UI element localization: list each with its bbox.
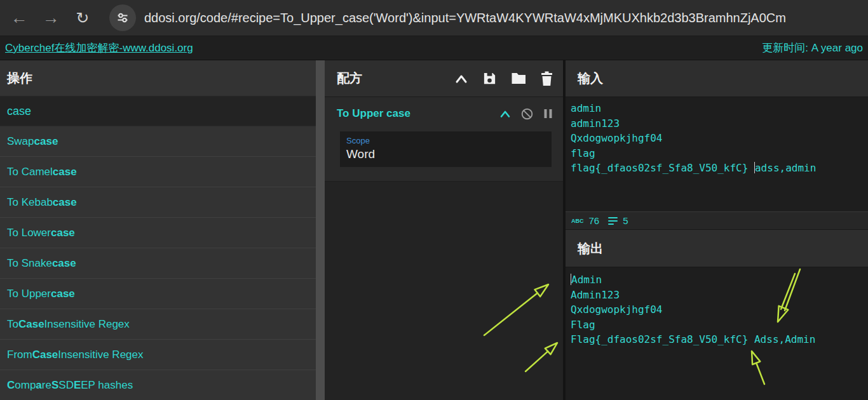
operation-breakpoint-button[interactable] xyxy=(543,108,553,119)
operation-disable-button[interactable] xyxy=(520,107,534,121)
recipe-header: 配方 xyxy=(325,60,563,97)
scope-select[interactable]: Scope Word xyxy=(340,131,552,167)
page-header: Cyberchef在线加密解密-www.ddosi.org 更新时间: A ye… xyxy=(0,36,868,60)
save-recipe-button[interactable] xyxy=(482,71,497,86)
char-count: 76 xyxy=(589,215,600,226)
operation-item[interactable]: To Camel case xyxy=(0,157,316,187)
operations-search xyxy=(0,97,316,126)
output-textarea[interactable]: AdminAdmin123Qxdogwopkjhgf04FlagFlag{_df… xyxy=(566,267,868,400)
text-line: admin xyxy=(571,101,868,116)
address-bar[interactable]: ddosi.org/code/#recipe=To_Upper_case('Wo… xyxy=(144,11,868,25)
operation-item[interactable]: To Upper case xyxy=(0,279,316,309)
text-line: Qxdogwopkjhgf04 xyxy=(571,302,868,317)
folder-icon xyxy=(511,72,527,85)
text-line: Flag{_dfaos02sf_Sfa8_V50_kfC} Adss,Admin xyxy=(571,332,868,347)
io-panel: 输入 adminadmin123Qxdogwopkjhgf04flagflag{… xyxy=(566,60,868,400)
pause-icon xyxy=(543,108,553,119)
recipe-operation-header: To Upper case xyxy=(325,97,563,130)
char-count-icon: ABC xyxy=(571,218,584,224)
output-header: 输出 xyxy=(566,230,868,267)
input-textarea[interactable]: adminadmin123Qxdogwopkjhgf04flagflag{_df… xyxy=(566,97,868,211)
recipe-panel: 配方 To Upper ca xyxy=(325,60,563,400)
operation-item[interactable]: To Kebab case xyxy=(0,187,316,218)
scrollbar-thumb[interactable] xyxy=(316,60,325,400)
load-recipe-button[interactable] xyxy=(511,72,527,85)
line-count: 5 xyxy=(623,215,628,226)
scope-label: Scope xyxy=(346,136,545,145)
text-line: Admin123 xyxy=(571,288,868,303)
text-line: Flag xyxy=(571,317,868,333)
browser-forward-button[interactable]: → xyxy=(38,5,64,30)
input-header: 输入 xyxy=(566,60,868,97)
operation-collapse-button[interactable] xyxy=(499,110,511,118)
output-title: 输出 xyxy=(578,240,603,257)
operations-search-input[interactable] xyxy=(0,104,316,119)
text-line: admin123 xyxy=(571,116,868,131)
recipe-collapse-button[interactable] xyxy=(454,74,468,84)
scope-value: Word xyxy=(346,147,545,161)
operations-scrollbar[interactable] xyxy=(316,60,325,400)
recipe-operation-block[interactable]: To Upper case Scope Word xyxy=(325,97,563,182)
chevron-up-icon xyxy=(454,74,468,84)
ban-icon xyxy=(520,107,534,121)
tune-icon xyxy=(116,11,130,25)
clear-recipe-button[interactable] xyxy=(541,71,553,86)
recipe-operation-name: To Upper case xyxy=(337,107,490,120)
save-icon xyxy=(482,71,497,86)
text-line: flag xyxy=(571,146,868,161)
chevron-up-icon xyxy=(499,110,511,118)
text-line: Qxdogwopkjhgf04 xyxy=(571,131,868,146)
operations-title: 操作 xyxy=(0,60,316,97)
operation-item[interactable]: To Lower case xyxy=(0,218,316,248)
operation-item[interactable]: To Case Insensitive Regex xyxy=(0,309,316,340)
operations-panel: 操作 Swap caseTo Camel caseTo Kebab caseTo… xyxy=(0,60,316,400)
browser-back-button[interactable]: ← xyxy=(6,5,32,30)
operation-item[interactable]: Swap case xyxy=(0,126,316,157)
recipe-title: 配方 xyxy=(337,70,440,87)
operations-list: Swap caseTo Camel caseTo Kebab caseTo Lo… xyxy=(0,126,316,400)
line-count-icon xyxy=(608,217,618,225)
browser-toolbar: ← → ↻ ddosi.org/code/#recipe=To_Upper_ca… xyxy=(0,0,868,36)
operation-item[interactable]: Compare SSDEEP hashes xyxy=(0,370,316,400)
input-statusbar: ABC 76 5 xyxy=(566,211,868,230)
operation-item[interactable]: To Snake case xyxy=(0,248,316,279)
site-home-link[interactable]: Cyberchef在线加密解密-www.ddosi.org xyxy=(5,41,193,55)
operation-item[interactable]: From Case Insensitive Regex xyxy=(0,340,316,370)
text-line: flag{_dfaos02sf_Sfa8_V50_kfC} adss,admin xyxy=(571,161,868,176)
trash-icon xyxy=(541,71,553,86)
updated-time-label: 更新时间: A year ago xyxy=(762,41,863,55)
browser-reload-button[interactable]: ↻ xyxy=(70,5,95,30)
input-title: 输入 xyxy=(578,70,603,87)
site-settings-button[interactable] xyxy=(109,4,136,31)
text-line: Admin xyxy=(571,272,868,288)
